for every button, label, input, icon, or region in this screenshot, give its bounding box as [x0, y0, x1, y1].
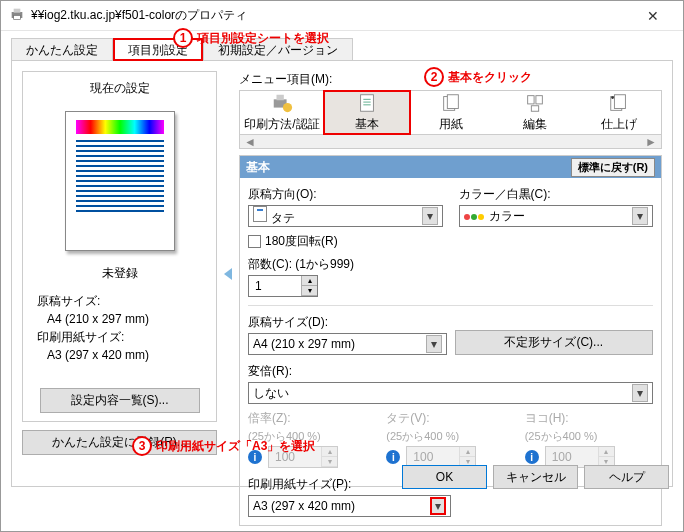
help-button[interactable]: ヘルプ — [584, 465, 669, 489]
preview-rainbow — [76, 120, 164, 134]
tab-content: 現在の設定 未登録 原稿サイズ: A4 (210 x 297 mm) 印刷用紙サ… — [11, 61, 673, 487]
svg-point-17 — [611, 96, 614, 99]
info-icon[interactable]: i — [248, 450, 262, 464]
chevron-down-icon: ▾ — [426, 335, 442, 353]
preset-name: 未登録 — [31, 265, 208, 282]
paper-size-select[interactable]: A3 (297 x 420 mm) ▾ — [248, 495, 451, 517]
copies-spinner[interactable]: 1 ▴▾ — [248, 275, 318, 297]
rotate-180-label: 180度回転(R) — [265, 233, 338, 250]
group-title: 基本 — [246, 159, 270, 176]
svg-rect-12 — [528, 96, 534, 104]
svg-rect-16 — [614, 95, 625, 109]
scale-select[interactable]: しない ▾ — [248, 382, 653, 404]
orientation-select[interactable]: タテ ▾ — [248, 205, 443, 227]
svg-rect-6 — [360, 95, 373, 112]
dialog-body: かんたん設定 項目別設定 初期設定／バージョン 1 項目別設定シートを選択 現在… — [1, 31, 683, 497]
edit-icon — [524, 92, 546, 114]
dialog-footer: OK キャンセル ヘルプ — [402, 465, 669, 489]
tate-hint: (25から400 %) — [386, 429, 514, 444]
info-icon[interactable]: i — [525, 450, 539, 464]
tate-label: タテ(V): — [386, 410, 514, 427]
menu-strip: 印刷方法/認証 基本 用紙 編集 — [239, 90, 662, 135]
menu-item-print-auth[interactable]: 印刷方法/認証 — [240, 91, 324, 134]
menu-item-label: 用紙 — [439, 116, 463, 133]
right-panel: メニュー項目(M): 2 基本をクリック 印刷方法/認証 基本 — [239, 71, 662, 476]
copies-value: 1 — [249, 279, 268, 293]
chevron-down-icon: ▾ — [632, 384, 648, 402]
document-icon — [356, 92, 378, 114]
ratio-spinner: 100 ▴▾ — [268, 446, 338, 468]
tab-initial-version[interactable]: 初期設定／バージョン — [203, 38, 353, 61]
save-to-simple-button[interactable]: かんたん設定に登録(R)... — [22, 430, 217, 455]
ratio-hint: (25から400 %) — [248, 429, 376, 444]
cancel-button[interactable]: キャンセル — [493, 465, 578, 489]
menu-item-edit[interactable]: 編集 — [493, 91, 577, 134]
menu-item-paper[interactable]: 用紙 — [410, 91, 494, 134]
paper-size-value: A3 (297 x 420 mm) — [253, 499, 355, 513]
color-value: カラー — [489, 209, 525, 223]
info-icon[interactable]: i — [386, 450, 400, 464]
ratio-label: 倍率(Z): — [248, 410, 376, 427]
group-header: 基本 標準に戻す(R) — [240, 156, 661, 178]
finish-icon — [608, 92, 630, 114]
svg-rect-4 — [276, 95, 283, 101]
irregular-size-button[interactable]: 不定形サイズ(C)... — [455, 330, 654, 355]
ok-button[interactable]: OK — [402, 465, 487, 489]
size-info: 原稿サイズ: A4 (210 x 297 mm) 印刷用紙サイズ: A3 (29… — [37, 292, 208, 364]
svg-point-5 — [283, 103, 292, 112]
ratio-value: 100 — [269, 450, 301, 464]
color-dots-icon — [464, 209, 485, 223]
collapse-handle[interactable] — [223, 71, 233, 476]
color-label: カラー／白黒(C): — [459, 186, 654, 203]
tab-detailed-settings[interactable]: 項目別設定 — [113, 38, 203, 61]
document-size-value: A4 (210 x 297 mm) — [253, 337, 355, 351]
scroll-right-icon: ► — [645, 135, 657, 149]
color-select[interactable]: カラー ▾ — [459, 205, 654, 227]
svg-rect-14 — [532, 106, 539, 112]
tabstrip: かんたん設定 項目別設定 初期設定／バージョン — [11, 37, 673, 61]
close-button[interactable]: ✕ — [630, 2, 675, 30]
orientation-value: タテ — [271, 211, 295, 225]
current-settings-title: 現在の設定 — [31, 80, 208, 97]
rotate-180-checkbox[interactable] — [248, 235, 261, 248]
spin-up-icon[interactable]: ▴ — [301, 276, 317, 286]
menu-item-label: 基本 — [355, 116, 379, 133]
doc-size-label: 原稿サイズ: — [37, 292, 208, 310]
print-size-value: A3 (297 x 420 mm) — [47, 346, 208, 364]
spin-down-icon[interactable]: ▾ — [301, 286, 317, 296]
chevron-down-icon: ▾ — [430, 497, 446, 515]
tab-simple-settings[interactable]: かんたん設定 — [11, 38, 113, 61]
menu-item-label: 仕上げ — [601, 116, 637, 133]
chevron-down-icon: ▾ — [632, 207, 648, 225]
printer-auth-icon — [271, 92, 293, 114]
settings-list-button[interactable]: 設定内容一覧(S)... — [40, 388, 200, 413]
triangle-left-icon — [224, 268, 232, 280]
tate-value: 100 — [407, 450, 439, 464]
page-preview — [65, 111, 175, 251]
yoko-label: ヨコ(H): — [525, 410, 653, 427]
scale-value: しない — [253, 385, 289, 402]
svg-rect-1 — [14, 9, 21, 13]
menu-item-basic[interactable]: 基本 — [323, 90, 411, 135]
orientation-label: 原稿方向(O): — [248, 186, 443, 203]
yoko-hint: (25から400 %) — [525, 429, 653, 444]
scroll-left-icon: ◄ — [244, 135, 256, 149]
menu-scrollbar[interactable]: ◄ ► — [239, 135, 662, 149]
doc-size-value: A4 (210 x 297 mm) — [47, 310, 208, 328]
printer-icon — [9, 6, 25, 25]
copies-label: 部数(C): (1から999) — [248, 256, 443, 273]
titlebar: ¥¥iog2.tku.ac.jp¥f501-colorのプロパティ ✕ — [1, 1, 683, 31]
portrait-icon — [253, 206, 267, 222]
yoko-value: 100 — [546, 450, 578, 464]
svg-rect-2 — [14, 15, 21, 19]
window-title: ¥¥iog2.tku.ac.jp¥f501-colorのプロパティ — [31, 7, 630, 24]
paper-icon — [440, 92, 462, 114]
menu-item-label: 編集 — [523, 116, 547, 133]
scale-label: 変倍(R): — [248, 363, 653, 380]
chevron-down-icon: ▾ — [422, 207, 438, 225]
reset-to-default-button[interactable]: 標準に戻す(R) — [571, 158, 655, 177]
svg-rect-13 — [536, 96, 542, 104]
menu-items-label: メニュー項目(M): — [239, 71, 662, 88]
menu-item-finish[interactable]: 仕上げ — [577, 91, 661, 134]
document-size-select[interactable]: A4 (210 x 297 mm) ▾ — [248, 333, 447, 355]
